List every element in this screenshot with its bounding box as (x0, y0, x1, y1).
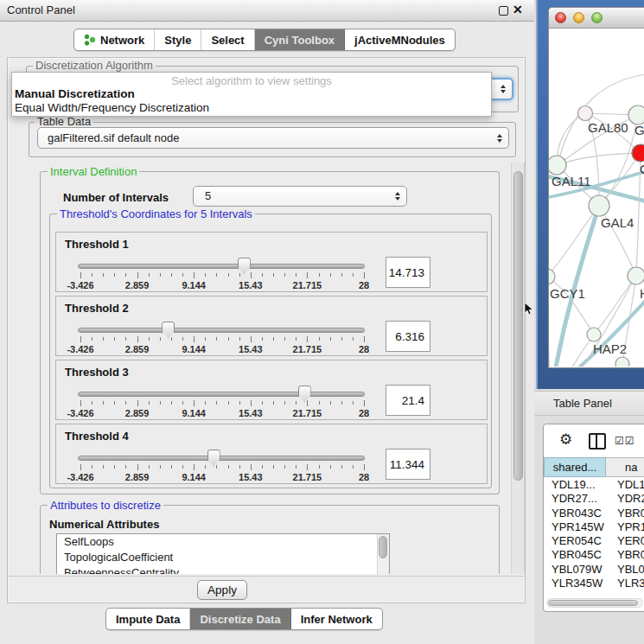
table-row[interactable]: YER054CYER0 (544, 534, 644, 548)
settings-scroll-viewport: Interval Definition Number of Intervals … (10, 163, 511, 574)
table-row[interactable]: YDL19...YDL1 (544, 478, 644, 492)
table-data-combobox[interactable]: galFiltered.sif default node (37, 127, 509, 149)
zoom-traffic-light[interactable] (591, 12, 603, 23)
select-columns-icons[interactable]: ☑☑ (615, 435, 635, 447)
close-traffic-light[interactable] (555, 12, 566, 23)
tick-mark (160, 273, 161, 277)
table-row[interactable]: YBL079WYBL0 (544, 563, 644, 577)
tick-mark (307, 400, 308, 406)
tick-mark (194, 400, 194, 406)
axis-tick-label: 21.715 (279, 472, 335, 482)
network-node-unlabeled[interactable] (615, 357, 629, 367)
tick-mark (364, 464, 365, 470)
tick-mark (273, 273, 274, 277)
bottom-tab-infer-network-label: Infer Network (301, 613, 373, 626)
column-header-name[interactable]: na (606, 457, 644, 477)
tick-mark (273, 465, 274, 469)
tick-mark (296, 337, 296, 341)
attributes-list-scrollbar[interactable] (377, 534, 389, 574)
settings-scrollbar[interactable] (511, 163, 525, 574)
bottom-tab-discretize-data[interactable]: Discretize Data (190, 609, 290, 629)
table-data-group-title: Table Data (35, 116, 93, 128)
threshold-1-slider-thumb[interactable] (238, 258, 251, 274)
threshold-3-slider-thumb[interactable] (298, 386, 311, 402)
threshold-1-value-input[interactable]: 14.713 (386, 257, 430, 288)
network-node-h[interactable] (628, 267, 644, 284)
tab-jactivemnodules[interactable]: jActiveMNodules (345, 29, 455, 50)
axis-tick-label: 21.715 (279, 408, 335, 418)
threshold-2-slider-thumb[interactable] (162, 322, 175, 338)
tab-cyni-toolbox[interactable]: Cyni Toolbox (255, 29, 345, 50)
tick-mark (307, 464, 308, 470)
tab-select[interactable]: Select (201, 29, 254, 50)
number-of-intervals-spinner[interactable]: 5 (193, 186, 407, 207)
tab-network[interactable]: Network (74, 29, 155, 50)
network-node-hap2[interactable] (587, 328, 601, 341)
axis-tick-label: 15.43 (223, 344, 278, 354)
table-row[interactable]: YBR045CYBR0 (544, 548, 644, 562)
axis-tick-label: 15.43 (223, 280, 278, 290)
node-label-hap2: HAP2 (593, 341, 627, 356)
tick-mark (296, 401, 296, 405)
bottom-tab-impute-data[interactable]: Impute Data (106, 609, 190, 629)
network-node-gal4[interactable] (589, 195, 609, 216)
threshold-2-value-input[interactable]: 6.316 (386, 321, 430, 352)
spinner-arrows-icon[interactable] (395, 192, 400, 201)
gear-icon[interactable]: ⚙ (559, 431, 572, 449)
tab-style[interactable]: Style (155, 29, 201, 50)
tick-mark (160, 337, 161, 341)
cell-shared-name: YBR043C (544, 507, 606, 520)
float-window-icon[interactable] (499, 6, 508, 16)
tick-mark (182, 401, 183, 405)
threshold-4-slider-track[interactable] (78, 456, 365, 461)
tick-mark (103, 273, 104, 277)
bottom-tab-infer-network[interactable]: Infer Network (291, 609, 382, 629)
network-node-gal80[interactable] (578, 106, 593, 121)
minimize-traffic-light[interactable] (573, 12, 584, 23)
cell-shared-name: YBL079W (544, 563, 606, 577)
tick-mark (239, 337, 240, 341)
settings-scrollbar-thumb[interactable] (513, 171, 523, 481)
column-header-shared-name[interactable]: shared... (544, 457, 606, 477)
split-columns-icon[interactable] (589, 433, 606, 450)
tick-mark (353, 465, 354, 469)
attribute-item-betweennesscentrality[interactable]: BetweennessCentrality (57, 565, 389, 574)
table-row[interactable]: YPR145WYPR1 (544, 520, 644, 534)
table-row[interactable]: YDR27...YDR2 (544, 492, 644, 506)
attributes-list-scrollbar-thumb[interactable] (379, 536, 387, 558)
tick-mark (149, 273, 150, 277)
threshold-4-slider-thumb[interactable] (207, 450, 220, 466)
cell-name: YER0 (606, 534, 644, 548)
threshold-3-slider-track[interactable] (78, 392, 365, 397)
axis-tick-label: 2.859 (110, 280, 165, 290)
tick-mark (171, 465, 172, 469)
tick-mark (125, 337, 126, 341)
threshold-2-slider-track[interactable] (78, 328, 365, 333)
network-node-gal11[interactable] (549, 156, 566, 175)
tick-mark (171, 337, 172, 341)
table-horizontal-scrollbar[interactable] (546, 598, 643, 608)
tick-mark (273, 401, 274, 405)
network-node-g[interactable] (628, 105, 644, 124)
numerical-attributes-list[interactable]: SelfLoopsTopologicalCoefficientBetweenne… (56, 533, 390, 574)
tick-mark (194, 464, 194, 470)
dropdown-option-equal-width-frequency[interactable]: Equal Width/Frequency Discretization (12, 101, 491, 115)
network-node-c[interactable] (632, 144, 644, 162)
threshold-3-value-input[interactable]: 21.4 (386, 385, 430, 416)
threshold-4-value-input[interactable]: 11.344 (386, 449, 430, 480)
tick-mark (125, 465, 126, 469)
node-label-g: G (634, 123, 644, 137)
attribute-item-topologicalcoefficient[interactable]: TopologicalCoefficient (57, 550, 389, 565)
table-row[interactable]: YBR043CYBR0 (544, 507, 644, 520)
network-canvas[interactable]: GAL80GCGAL11GAL4GCY1HHAP2 (549, 29, 644, 367)
axis-tick-label: 28 (336, 280, 392, 290)
close-icon[interactable]: ✕ (513, 3, 523, 16)
table-horizontal-scrollbar-thumb[interactable] (548, 600, 638, 606)
attribute-item-selfloops[interactable]: SelfLoops (57, 534, 389, 550)
apply-button[interactable]: Apply (197, 580, 247, 600)
cell-shared-name: YLR345W (544, 577, 606, 587)
dropdown-option-manual-discretization[interactable]: Manual Discretization (12, 87, 491, 101)
table-row[interactable]: YLR345WYLR3 (544, 577, 644, 587)
threshold-1-slider-track[interactable] (78, 264, 365, 269)
tick-mark (296, 465, 296, 469)
